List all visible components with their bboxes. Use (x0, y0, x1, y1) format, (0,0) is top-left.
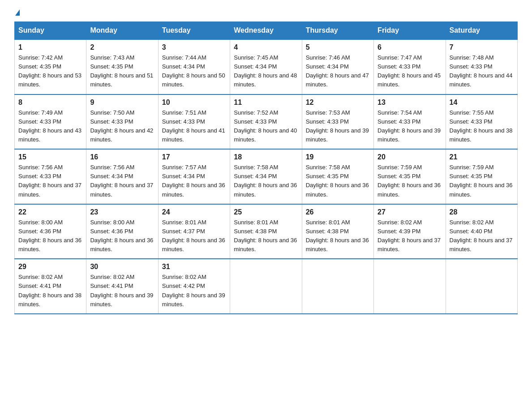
logo (14, 11, 20, 17)
day-info: Sunrise: 7:53 AMSunset: 4:33 PMDaylight:… (306, 109, 369, 143)
calendar-header: SundayMondayTuesdayWednesdayThursdayFrid… (15, 22, 518, 40)
day-info: Sunrise: 7:52 AMSunset: 4:33 PMDaylight:… (234, 109, 297, 143)
week-row-1: 1 Sunrise: 7:42 AMSunset: 4:35 PMDayligh… (15, 39, 518, 94)
day-number: 18 (234, 153, 298, 161)
day-info: Sunrise: 8:01 AMSunset: 4:38 PMDaylight:… (234, 219, 297, 253)
calendar-cell: 15 Sunrise: 7:56 AMSunset: 4:33 PMDaylig… (15, 149, 86, 204)
day-number: 1 (18, 43, 82, 51)
weekday-header-saturday: Saturday (446, 22, 517, 40)
day-info: Sunrise: 8:01 AMSunset: 4:38 PMDaylight:… (306, 219, 369, 253)
day-number: 7 (450, 43, 514, 51)
day-number: 16 (90, 153, 154, 161)
day-info: Sunrise: 7:42 AMSunset: 4:35 PMDaylight:… (18, 54, 82, 88)
day-number: 12 (306, 98, 370, 107)
week-row-3: 15 Sunrise: 7:56 AMSunset: 4:33 PMDaylig… (15, 149, 518, 204)
day-number: 3 (162, 43, 226, 51)
day-number: 22 (18, 208, 82, 216)
day-number: 11 (234, 98, 298, 107)
day-info: Sunrise: 7:58 AMSunset: 4:35 PMDaylight:… (306, 164, 369, 197)
header (14, 11, 518, 17)
day-number: 17 (162, 153, 226, 161)
day-number: 21 (450, 153, 514, 161)
day-number: 31 (162, 263, 226, 271)
calendar-cell: 7 Sunrise: 7:48 AMSunset: 4:33 PMDayligh… (446, 39, 517, 94)
day-info: Sunrise: 7:49 AMSunset: 4:33 PMDaylight:… (18, 109, 82, 143)
calendar-cell: 24 Sunrise: 8:01 AMSunset: 4:37 PMDaylig… (158, 204, 230, 259)
calendar-cell: 8 Sunrise: 7:49 AMSunset: 4:33 PMDayligh… (15, 94, 86, 150)
day-number: 15 (18, 153, 82, 161)
calendar-cell: 27 Sunrise: 8:02 AMSunset: 4:39 PMDaylig… (374, 204, 446, 259)
weekday-header-wednesday: Wednesday (230, 22, 302, 40)
calendar-cell: 19 Sunrise: 7:58 AMSunset: 4:35 PMDaylig… (302, 149, 373, 204)
calendar-cell: 28 Sunrise: 8:02 AMSunset: 4:40 PMDaylig… (446, 204, 517, 259)
calendar-cell (230, 259, 302, 314)
week-row-5: 29 Sunrise: 8:02 AMSunset: 4:41 PMDaylig… (15, 259, 518, 314)
day-number: 30 (90, 263, 154, 271)
day-number: 29 (18, 263, 82, 271)
calendar-cell: 5 Sunrise: 7:46 AMSunset: 4:34 PMDayligh… (302, 39, 373, 94)
calendar-cell: 17 Sunrise: 7:57 AMSunset: 4:34 PMDaylig… (158, 149, 230, 204)
calendar-cell: 16 Sunrise: 7:56 AMSunset: 4:34 PMDaylig… (86, 149, 158, 204)
weekday-header-friday: Friday (374, 22, 446, 40)
day-info: Sunrise: 7:57 AMSunset: 4:34 PMDaylight:… (162, 164, 225, 197)
day-info: Sunrise: 8:02 AMSunset: 4:39 PMDaylight:… (378, 219, 441, 253)
calendar-cell: 2 Sunrise: 7:43 AMSunset: 4:35 PMDayligh… (86, 39, 158, 94)
calendar-cell: 21 Sunrise: 7:59 AMSunset: 4:35 PMDaylig… (446, 149, 517, 204)
calendar-cell (302, 259, 373, 314)
day-info: Sunrise: 7:59 AMSunset: 4:35 PMDaylight:… (450, 164, 513, 197)
day-number: 19 (306, 153, 370, 161)
calendar-cell (446, 259, 517, 314)
week-row-2: 8 Sunrise: 7:49 AMSunset: 4:33 PMDayligh… (15, 94, 518, 150)
calendar-cell: 13 Sunrise: 7:54 AMSunset: 4:33 PMDaylig… (374, 94, 446, 150)
day-info: Sunrise: 7:44 AMSunset: 4:34 PMDaylight:… (162, 54, 225, 88)
calendar-cell: 22 Sunrise: 8:00 AMSunset: 4:36 PMDaylig… (15, 204, 86, 259)
day-number: 2 (90, 43, 154, 51)
day-info: Sunrise: 8:02 AMSunset: 4:42 PMDaylight:… (162, 274, 225, 307)
calendar-cell: 23 Sunrise: 8:00 AMSunset: 4:36 PMDaylig… (86, 204, 158, 259)
day-number: 13 (378, 98, 442, 107)
day-info: Sunrise: 7:50 AMSunset: 4:33 PMDaylight:… (90, 109, 153, 143)
day-number: 24 (162, 208, 226, 216)
calendar-cell (374, 259, 446, 314)
day-number: 27 (378, 208, 442, 216)
calendar-cell: 31 Sunrise: 8:02 AMSunset: 4:42 PMDaylig… (158, 259, 230, 314)
day-info: Sunrise: 8:02 AMSunset: 4:40 PMDaylight:… (450, 219, 513, 253)
day-info: Sunrise: 8:02 AMSunset: 4:41 PMDaylight:… (18, 274, 82, 307)
day-info: Sunrise: 8:01 AMSunset: 4:37 PMDaylight:… (162, 219, 225, 253)
day-info: Sunrise: 8:02 AMSunset: 4:41 PMDaylight:… (90, 274, 153, 307)
calendar-cell: 30 Sunrise: 8:02 AMSunset: 4:41 PMDaylig… (86, 259, 158, 314)
day-info: Sunrise: 7:46 AMSunset: 4:34 PMDaylight:… (306, 54, 369, 88)
calendar-table: SundayMondayTuesdayWednesdayThursdayFrid… (14, 21, 518, 314)
calendar-cell: 6 Sunrise: 7:47 AMSunset: 4:33 PMDayligh… (374, 39, 446, 94)
day-number: 4 (234, 43, 298, 51)
day-number: 9 (90, 98, 154, 107)
day-number: 20 (378, 153, 442, 161)
day-info: Sunrise: 7:59 AMSunset: 4:35 PMDaylight:… (378, 164, 441, 197)
calendar-cell: 3 Sunrise: 7:44 AMSunset: 4:34 PMDayligh… (158, 39, 230, 94)
day-info: Sunrise: 7:54 AMSunset: 4:33 PMDaylight:… (378, 109, 441, 143)
day-info: Sunrise: 7:43 AMSunset: 4:35 PMDaylight:… (90, 54, 153, 88)
week-row-4: 22 Sunrise: 8:00 AMSunset: 4:36 PMDaylig… (15, 204, 518, 259)
day-info: Sunrise: 7:47 AMSunset: 4:33 PMDaylight:… (378, 54, 441, 88)
day-number: 8 (18, 98, 82, 107)
calendar-cell: 20 Sunrise: 7:59 AMSunset: 4:35 PMDaylig… (374, 149, 446, 204)
day-info: Sunrise: 7:56 AMSunset: 4:33 PMDaylight:… (18, 164, 82, 197)
day-number: 6 (378, 43, 442, 51)
weekday-header-thursday: Thursday (302, 22, 373, 40)
day-number: 26 (306, 208, 370, 216)
day-number: 23 (90, 208, 154, 216)
calendar-cell: 12 Sunrise: 7:53 AMSunset: 4:33 PMDaylig… (302, 94, 373, 150)
calendar-cell: 25 Sunrise: 8:01 AMSunset: 4:38 PMDaylig… (230, 204, 302, 259)
day-info: Sunrise: 8:00 AMSunset: 4:36 PMDaylight:… (90, 219, 153, 253)
calendar-cell: 4 Sunrise: 7:45 AMSunset: 4:34 PMDayligh… (230, 39, 302, 94)
calendar-cell: 9 Sunrise: 7:50 AMSunset: 4:33 PMDayligh… (86, 94, 158, 150)
calendar-cell: 14 Sunrise: 7:55 AMSunset: 4:33 PMDaylig… (446, 94, 517, 150)
day-number: 25 (234, 208, 298, 216)
day-number: 28 (450, 208, 514, 216)
calendar-cell: 18 Sunrise: 7:58 AMSunset: 4:34 PMDaylig… (230, 149, 302, 204)
calendar-body: 1 Sunrise: 7:42 AMSunset: 4:35 PMDayligh… (15, 39, 518, 314)
calendar-cell: 11 Sunrise: 7:52 AMSunset: 4:33 PMDaylig… (230, 94, 302, 150)
day-info: Sunrise: 7:55 AMSunset: 4:33 PMDaylight:… (450, 109, 513, 143)
day-info: Sunrise: 7:45 AMSunset: 4:34 PMDaylight:… (234, 54, 297, 88)
day-info: Sunrise: 7:56 AMSunset: 4:34 PMDaylight:… (90, 164, 153, 197)
